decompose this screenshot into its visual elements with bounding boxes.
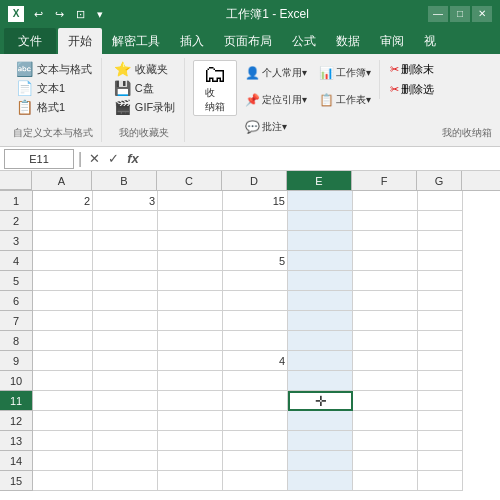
cell-f15[interactable] — [353, 471, 418, 491]
save-button[interactable]: ⊡ — [72, 6, 89, 23]
cell-c5[interactable] — [158, 271, 223, 291]
cell-f11[interactable] — [353, 391, 418, 411]
cell-c8[interactable] — [158, 331, 223, 351]
cell-b6[interactable] — [93, 291, 158, 311]
cell-b3[interactable] — [93, 231, 158, 251]
cell-e12[interactable] — [288, 411, 353, 431]
cell-a1[interactable]: 2 — [33, 191, 93, 211]
cell-g7[interactable] — [418, 311, 463, 331]
cell-a11[interactable] — [33, 391, 93, 411]
cell-c4[interactable] — [158, 251, 223, 271]
cell-c11[interactable] — [158, 391, 223, 411]
tab-home[interactable]: 开始 — [58, 28, 102, 54]
cell-e15[interactable] — [288, 471, 353, 491]
personal-button[interactable]: 👤 个人常用▾ — [241, 60, 311, 86]
col-header-b[interactable]: B — [92, 171, 157, 190]
insert-function-button[interactable]: fx — [124, 151, 142, 166]
cell-c10[interactable] — [158, 371, 223, 391]
cell-c1[interactable] — [158, 191, 223, 211]
cell-e3[interactable] — [288, 231, 353, 251]
cell-a5[interactable] — [33, 271, 93, 291]
cell-b5[interactable] — [93, 271, 158, 291]
workbook-button[interactable]: 📊 工作簿▾ — [315, 60, 375, 86]
tab-file[interactable]: 文件 — [4, 28, 56, 54]
gif-record-button[interactable]: 🎬 GIF录制 — [110, 98, 179, 116]
cell-g11[interactable] — [418, 391, 463, 411]
cell-d8[interactable] — [223, 331, 288, 351]
tab-review[interactable]: 审阅 — [370, 28, 414, 54]
cell-c12[interactable] — [158, 411, 223, 431]
cell-c6[interactable] — [158, 291, 223, 311]
cell-a10[interactable] — [33, 371, 93, 391]
cell-c15[interactable] — [158, 471, 223, 491]
cell-g4[interactable] — [418, 251, 463, 271]
cell-c3[interactable] — [158, 231, 223, 251]
bookmarks-button[interactable]: ⭐ 收藏夹 — [110, 60, 179, 78]
cell-g9[interactable] — [418, 351, 463, 371]
col-header-d[interactable]: D — [222, 171, 287, 190]
cell-d4[interactable]: 5 — [223, 251, 288, 271]
cell-f12[interactable] — [353, 411, 418, 431]
cell-f4[interactable] — [353, 251, 418, 271]
corner-cell[interactable] — [0, 171, 32, 190]
cell-d15[interactable] — [223, 471, 288, 491]
col-header-c[interactable]: C — [157, 171, 222, 190]
cell-a8[interactable] — [33, 331, 93, 351]
cell-g3[interactable] — [418, 231, 463, 251]
row-header-14[interactable]: 14 — [0, 451, 32, 471]
cell-f9[interactable] — [353, 351, 418, 371]
row-header-11[interactable]: 11 — [0, 391, 32, 411]
col-header-a[interactable]: A — [32, 171, 92, 190]
cell-d11[interactable] — [223, 391, 288, 411]
cell-a3[interactable] — [33, 231, 93, 251]
tab-data[interactable]: 数据 — [326, 28, 370, 54]
tab-formula[interactable]: 公式 — [282, 28, 326, 54]
cell-b13[interactable] — [93, 431, 158, 451]
cell-b7[interactable] — [93, 311, 158, 331]
undo-button[interactable]: ↩ — [30, 6, 47, 23]
cell-b8[interactable] — [93, 331, 158, 351]
confirm-formula-button[interactable]: ✓ — [105, 151, 122, 166]
row-header-2[interactable]: 2 — [0, 211, 32, 231]
cell-a14[interactable] — [33, 451, 93, 471]
cell-c7[interactable] — [158, 311, 223, 331]
cell-b10[interactable] — [93, 371, 158, 391]
cell-f8[interactable] — [353, 331, 418, 351]
cell-g13[interactable] — [418, 431, 463, 451]
cdisk-button[interactable]: 💾 C盘 — [110, 79, 179, 97]
col-header-f[interactable]: F — [352, 171, 417, 190]
cell-g15[interactable] — [418, 471, 463, 491]
cell-e13[interactable] — [288, 431, 353, 451]
cell-f10[interactable] — [353, 371, 418, 391]
delete-end-button[interactable]: ✂ 删除末 — [386, 60, 438, 79]
tab-layout[interactable]: 页面布局 — [214, 28, 282, 54]
row-header-13[interactable]: 13 — [0, 431, 32, 451]
cell-g14[interactable] — [418, 451, 463, 471]
cell-d12[interactable] — [223, 411, 288, 431]
cell-g1[interactable] — [418, 191, 463, 211]
close-button[interactable]: ✕ — [472, 6, 492, 22]
cell-f7[interactable] — [353, 311, 418, 331]
cell-g8[interactable] — [418, 331, 463, 351]
col-header-g[interactable]: G — [417, 171, 462, 190]
qa-dropdown[interactable]: ▾ — [93, 6, 107, 23]
cell-e14[interactable] — [288, 451, 353, 471]
cell-c9[interactable] — [158, 351, 223, 371]
cell-a4[interactable] — [33, 251, 93, 271]
cell-c14[interactable] — [158, 451, 223, 471]
row-header-4[interactable]: 4 — [0, 251, 32, 271]
row-header-6[interactable]: 6 — [0, 291, 32, 311]
col-header-e[interactable]: E — [287, 171, 352, 190]
cell-e5[interactable] — [288, 271, 353, 291]
tab-view[interactable]: 视 — [414, 28, 446, 54]
cell-b12[interactable] — [93, 411, 158, 431]
cell-f6[interactable] — [353, 291, 418, 311]
cell-a13[interactable] — [33, 431, 93, 451]
row-header-1[interactable]: 1 — [0, 191, 32, 211]
cell-d7[interactable] — [223, 311, 288, 331]
cell-a7[interactable] — [33, 311, 93, 331]
cell-c13[interactable] — [158, 431, 223, 451]
text1-button[interactable]: 📄 文本1 — [12, 79, 96, 97]
row-header-7[interactable]: 7 — [0, 311, 32, 331]
minimize-button[interactable]: — — [428, 6, 448, 22]
